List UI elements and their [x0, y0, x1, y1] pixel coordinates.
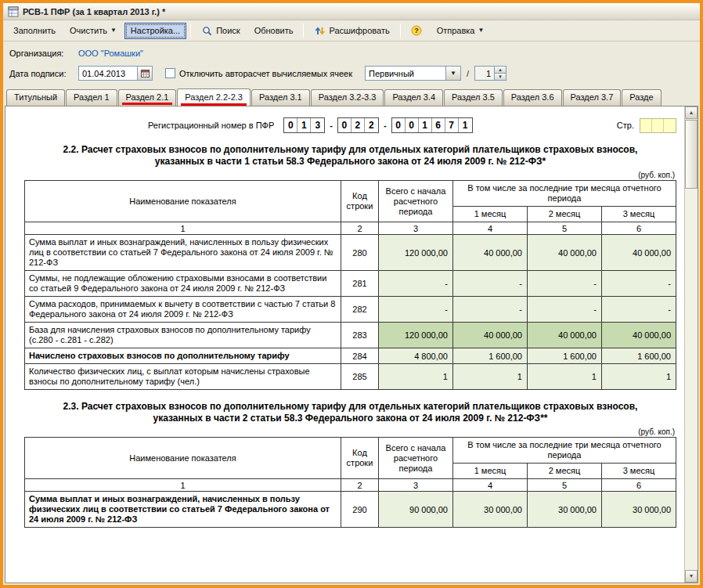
page-number-value: 1	[474, 66, 495, 81]
tab-0[interactable]: Титульный	[6, 89, 65, 106]
tab-7[interactable]: Раздел 3.5	[444, 89, 503, 106]
report-type-combobox[interactable]: Первичный ▼	[365, 66, 461, 81]
currency-note: (руб. коп.)	[26, 171, 675, 179]
settings-button[interactable]: Настройка...	[124, 23, 186, 39]
reg-digit-cell[interactable]: 0	[338, 118, 352, 132]
page-number-cell[interactable]	[640, 119, 652, 132]
reg-digit-cell[interactable]: 0	[284, 118, 297, 132]
value-cell[interactable]: 120 000,00	[378, 323, 452, 348]
reg-digit-cell[interactable]: 7	[445, 118, 459, 132]
autocalc-checkbox-label: Отключить авторасчет вычисляемых ячеек	[179, 69, 352, 78]
page-number-stepper[interactable]: 1 ▲▼	[474, 66, 507, 81]
sort-arrows-button[interactable]: Расшифровать	[308, 23, 395, 39]
table-row: Сумма расходов, принимаемых к вычету в с…	[25, 297, 676, 323]
value-cell[interactable]: 30 000,00	[527, 492, 601, 528]
reg-digit-cell[interactable]: 2	[365, 118, 378, 132]
help-button[interactable]: ?	[405, 23, 429, 39]
organization-row: Организация: ООО "Ромашки"	[9, 45, 694, 61]
col-header-total: Всего с начала расчетного периода	[378, 438, 452, 479]
value-cell[interactable]: 1 600,00	[452, 348, 527, 364]
col-header-name: Наименование показателя	[25, 438, 341, 479]
column-number: 6	[601, 222, 676, 235]
column-numbers-row: 1 2 3 4 5 6	[25, 479, 676, 492]
value-cell[interactable]: -	[527, 297, 601, 323]
window-title: РСВ-1 ПФР (за 1 квартал 2013 г.) *	[23, 7, 165, 16]
value-cell[interactable]: -	[378, 297, 452, 323]
page-number-cell[interactable]	[664, 119, 676, 132]
value-cell[interactable]: 40 000,00	[601, 323, 676, 348]
clear-button-label: Очистить	[70, 26, 107, 35]
value-cell[interactable]: 1	[601, 364, 676, 390]
value-cell[interactable]: 40 000,00	[452, 323, 527, 348]
clear-button[interactable]: Очистить▼	[63, 23, 123, 39]
row-label-cell: Начислено страховых взносов по дополните…	[25, 348, 341, 364]
organization-value[interactable]: ООО "Ромашки"	[78, 49, 143, 58]
refresh-button-label: Обновить	[254, 26, 294, 35]
value-cell[interactable]: 120 000,00	[378, 235, 452, 271]
value-cell[interactable]: -	[601, 271, 676, 297]
tab-9[interactable]: Раздел 3.7	[563, 89, 622, 106]
value-cell[interactable]: 1 600,00	[601, 348, 676, 364]
reg-digit-cell[interactable]: 1	[459, 118, 472, 132]
tab-3[interactable]: Раздел 2.2-2.3	[177, 88, 251, 106]
value-cell[interactable]: 1	[378, 364, 452, 390]
reg-number-group: 001671	[391, 117, 473, 133]
tab-6[interactable]: Раздел 3.4	[384, 89, 443, 106]
value-cell[interactable]: -	[378, 271, 452, 297]
chevron-down-icon[interactable]: ▼	[446, 66, 461, 81]
stepper-up-icon[interactable]: ▲	[495, 66, 507, 74]
value-cell[interactable]: 40 000,00	[527, 235, 601, 271]
value-cell[interactable]: 40 000,00	[601, 235, 676, 271]
col-header-name: Наименование показателя	[25, 181, 341, 222]
reg-digit-cell[interactable]: 0	[392, 118, 406, 132]
fill-button[interactable]: Заполнить	[7, 23, 62, 39]
value-cell[interactable]: -	[601, 297, 676, 323]
help-question-icon: ?	[411, 25, 423, 37]
svg-text:?: ?	[414, 27, 419, 34]
value-cell[interactable]: 30 000,00	[452, 492, 527, 528]
reg-digit-cell[interactable]: 3	[311, 118, 324, 132]
page-number-cell[interactable]	[652, 119, 664, 132]
red-underline-mark	[122, 103, 173, 105]
search-button[interactable]: Поиск	[195, 23, 246, 39]
value-cell[interactable]: 1	[527, 364, 601, 390]
tab-5[interactable]: Раздел 3.2-3.3	[311, 89, 384, 106]
scroll-up-icon[interactable]: ▲	[685, 106, 698, 119]
value-cell[interactable]: 40 000,00	[452, 235, 527, 271]
tab-8[interactable]: Раздел 3.6	[503, 89, 562, 106]
value-cell[interactable]: 1	[452, 364, 527, 390]
value-cell[interactable]: -	[452, 297, 527, 323]
stepper-arrows[interactable]: ▲▼	[495, 66, 507, 81]
value-cell[interactable]: 30 000,00	[601, 492, 676, 528]
value-cell[interactable]: 90 000,00	[378, 492, 452, 528]
value-cell[interactable]: 1 600,00	[527, 348, 601, 364]
scroll-down-icon[interactable]: ▼	[685, 570, 698, 583]
stepper-down-icon[interactable]: ▼	[495, 74, 507, 81]
tab-10[interactable]: Разде	[622, 89, 661, 106]
row-label-cell: База для начисления страховых взносов по…	[25, 323, 341, 348]
tab-1[interactable]: Раздел 1	[66, 89, 117, 106]
value-cell[interactable]: -	[452, 271, 527, 297]
reg-digit-cell[interactable]: 1	[419, 118, 432, 132]
value-cell[interactable]: -	[527, 271, 601, 297]
tab-2[interactable]: Раздел 2.1	[118, 89, 177, 106]
reg-number-group: 013	[283, 117, 325, 133]
tab-4[interactable]: Раздел 3.1	[251, 89, 310, 106]
calendar-icon[interactable]	[138, 66, 153, 81]
reg-digit-cell[interactable]: 1	[297, 118, 311, 132]
window-titlebar[interactable]: РСВ-1 ПФР (за 1 квартал 2013 г.) *	[3, 3, 700, 20]
value-cell[interactable]: 4 800,00	[378, 348, 452, 364]
reg-digit-cell[interactable]: 0	[406, 118, 419, 132]
send-button[interactable]: Отправка▼	[431, 23, 491, 39]
col-header-month-2: 2 месяц	[527, 464, 601, 479]
sign-date-input[interactable]: 01.04.2013	[78, 66, 138, 81]
autocalc-checkbox[interactable]	[165, 68, 175, 78]
value-cell[interactable]: 40 000,00	[527, 323, 601, 348]
scrollbar-thumb[interactable]	[685, 120, 698, 189]
refresh-button[interactable]: Обновить	[248, 23, 300, 39]
tab-label: Раздел 3.1	[259, 92, 302, 102]
report-type-value: Первичный	[365, 66, 446, 81]
reg-digit-cell[interactable]: 6	[432, 118, 445, 132]
reg-digit-cell[interactable]: 2	[352, 118, 365, 132]
vertical-scrollbar[interactable]: ▲ ▼	[684, 106, 698, 583]
